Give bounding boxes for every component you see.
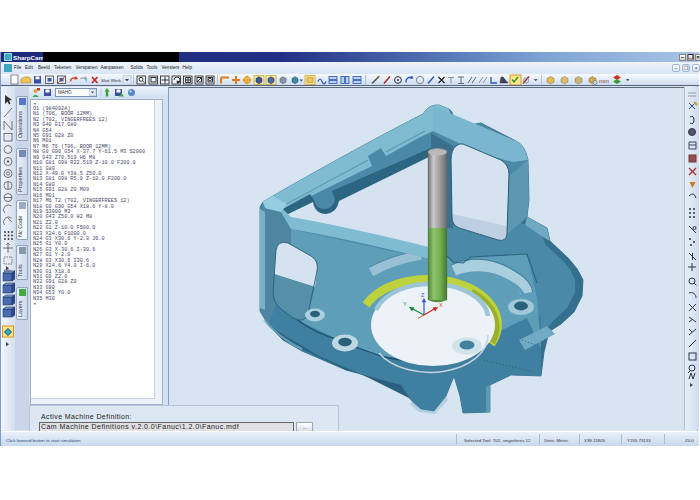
svg-text:mm: mm [599,78,609,84]
svg-text:Sluit Werk: Sluit Werk [101,78,122,83]
svg-text:Y: Y [403,301,407,307]
svg-text:X: X [439,302,443,308]
svg-text:MAHO: MAHO [58,90,72,95]
